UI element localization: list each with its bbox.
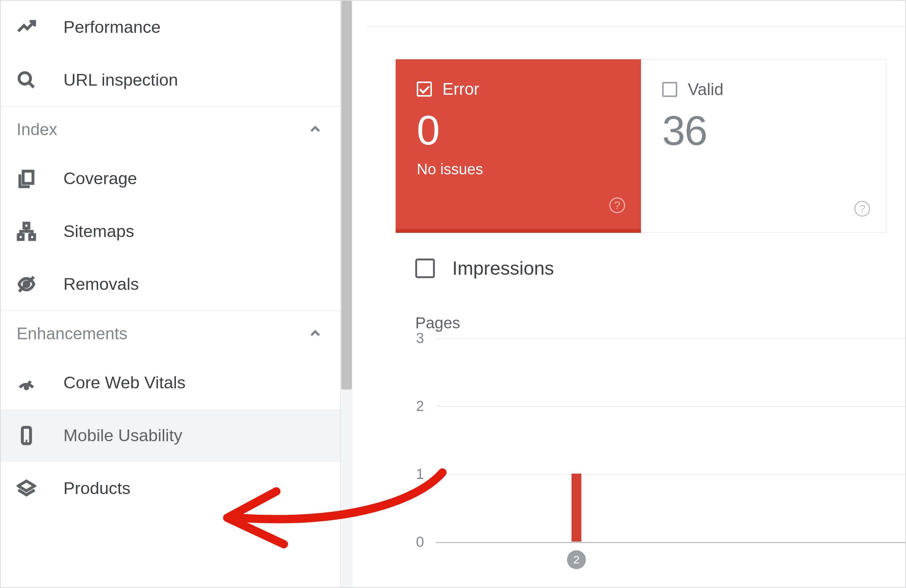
impressions-label: Impressions [452,257,554,279]
card-label: Valid [688,80,724,99]
sidebar-item-label: Removals [64,274,139,294]
sidebar-item-removals[interactable]: Removals [1,258,340,311]
trending-up-icon [17,18,36,37]
chevron-up-icon [308,327,322,340]
svg-point-9 [25,386,28,389]
layers-icon [17,478,36,498]
chart-bar [571,474,581,542]
sidebar-item-sitemaps[interactable]: Sitemaps [1,205,340,258]
checkbox-error[interactable] [417,81,432,97]
section-header-enhancements[interactable]: Enhancements [1,311,340,356]
card-count: 0 [417,106,620,154]
gridline [435,406,906,407]
gridline [435,474,906,475]
ytick: 1 [416,466,424,482]
main-content: Error 0 No issues ? Valid 36 ? Impressio… [367,1,905,587]
svg-marker-12 [18,481,34,491]
sidebar-item-label: Core Web Vitals [64,373,185,392]
chart: Pages 3 2 1 0 2 [415,314,905,542]
status-cards: Error 0 No issues ? Valid 36 ? [396,59,886,233]
section-title: Index [17,120,57,139]
sidebar-item-coverage[interactable]: Coverage [1,152,340,205]
search-icon [17,70,36,90]
checkbox-valid[interactable] [662,82,677,97]
sidebar-item-label: Mobile Usability [64,426,182,445]
sidebar-item-url-inspection[interactable]: URL inspection [1,54,340,107]
svg-rect-5 [30,235,35,240]
svg-rect-4 [18,235,23,240]
ytick: 2 [416,398,424,414]
section-title: Enhancements [17,324,128,343]
sidebar-item-products[interactable]: Products [1,462,340,515]
pages-icon [17,169,36,188]
section-header-index[interactable]: Index [1,107,340,152]
help-icon[interactable]: ? [609,198,625,213]
sidebar: Performance URL inspection Index Coverag… [1,1,340,587]
sidebar-scrollbar[interactable] [340,1,353,587]
sidebar-item-label: Products [64,478,131,498]
card-error[interactable]: Error 0 No issues ? [396,59,641,233]
scrollbar-thumb[interactable] [341,1,352,389]
ytick: 3 [416,330,424,346]
svg-line-1 [29,83,34,88]
svg-rect-2 [23,171,33,184]
sidebar-item-mobile-usability[interactable]: Mobile Usability [1,409,340,462]
card-count: 36 [662,107,865,155]
card-label: Error [442,80,479,99]
gridline [435,338,906,339]
sidebar-item-core-web-vitals[interactable]: Core Web Vitals [1,356,340,409]
divider [367,26,905,27]
svg-point-0 [19,73,30,84]
speed-icon [17,373,36,392]
help-icon[interactable]: ? [854,201,870,217]
chart-xmarker: 2 [567,550,586,569]
sitemap-icon [17,221,36,241]
card-subtext: No issues [417,161,620,178]
visibility-off-icon [17,274,36,294]
chart-ylabel: Pages [415,314,905,332]
sidebar-item-label: Coverage [64,169,137,188]
chevron-up-icon [308,123,322,136]
sidebar-item-performance[interactable]: Performance [1,1,340,54]
checkbox-impressions[interactable] [415,258,435,278]
x-axis [435,542,906,543]
ytick: 0 [416,534,424,550]
svg-rect-3 [24,223,29,228]
sidebar-item-label: URL inspection [64,70,178,90]
sidebar-item-label: Sitemaps [64,221,134,241]
chart-plot: 3 2 1 0 2 [435,338,906,542]
sidebar-item-label: Performance [64,18,161,37]
card-valid[interactable]: Valid 36 ? [641,59,886,233]
smartphone-icon [17,426,36,445]
impressions-toggle[interactable]: Impressions [415,257,554,279]
